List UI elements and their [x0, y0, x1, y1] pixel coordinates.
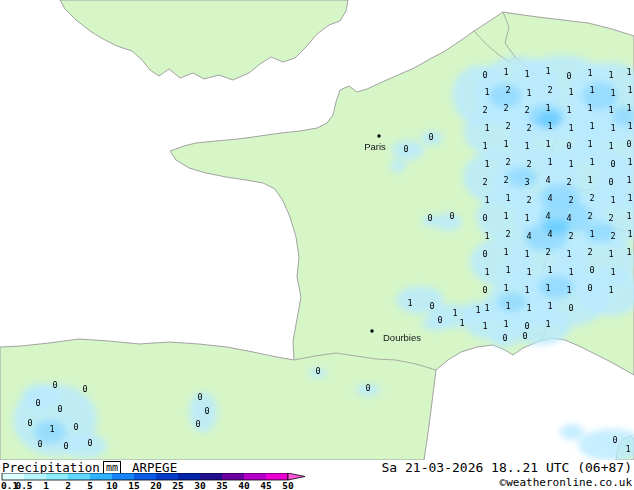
precip-value: 1: [627, 85, 632, 95]
precip-value: 1: [568, 159, 573, 169]
precip-value: 1: [547, 265, 552, 275]
precip-value: 0: [568, 303, 573, 313]
scale-label: 2: [65, 480, 71, 490]
precip-value: 0: [73, 422, 78, 432]
precip-value: 0: [482, 213, 487, 223]
precip-value: 0: [403, 144, 408, 154]
precip-value: 2: [526, 123, 531, 133]
precip-value: 3: [524, 177, 529, 187]
precip-value: 1: [505, 265, 510, 275]
scale-label: 1: [43, 480, 49, 490]
precip-blob: [63, 434, 107, 458]
precip-value: 1: [503, 211, 508, 221]
scale-label: 5: [87, 480, 93, 490]
precip-value: 2: [482, 177, 487, 187]
precip-value: 1: [547, 157, 552, 167]
precip-value: 1: [526, 303, 531, 313]
precip-value: 1: [566, 249, 571, 259]
precip-value: 0: [63, 441, 68, 451]
precip-value: 0: [612, 435, 617, 445]
precip-value: 1: [524, 141, 529, 151]
precip-value: 1: [526, 267, 531, 277]
precip-value: 2: [545, 247, 550, 257]
precip-value: 2: [524, 105, 529, 115]
precip-value: 0: [87, 438, 92, 448]
precip-value: 1: [484, 195, 489, 205]
precip-value: 2: [568, 195, 573, 205]
scale-label: 35: [216, 480, 228, 490]
precip-value: 1: [568, 267, 573, 277]
precip-value: 1: [626, 175, 631, 185]
precip-value: 1: [545, 319, 550, 329]
precip-value: 1: [608, 105, 613, 115]
precip-value: 4: [547, 229, 552, 239]
precip-value: 1: [589, 157, 594, 167]
scale-label: 40: [238, 480, 250, 490]
precip-blob: [497, 292, 527, 312]
precip-value: 2: [505, 85, 510, 95]
city-label: Paris: [364, 141, 386, 152]
precip-value: 1: [608, 141, 613, 151]
scale-label: 25: [172, 480, 184, 490]
precip-value: 1: [626, 211, 631, 221]
precip-value: 1: [475, 305, 480, 315]
city-dot: [377, 134, 380, 137]
datetime-label: Sa 21-03-2026 18..21 UTC (06+87): [382, 460, 632, 475]
precip-value: 1: [484, 123, 489, 133]
precip-value: 2: [526, 159, 531, 169]
precip-value: 1: [482, 141, 487, 151]
precip-value: 0: [449, 211, 454, 221]
precip-value: 1: [452, 308, 457, 318]
precip-value: 1: [627, 157, 632, 167]
precip-value: 2: [568, 231, 573, 241]
precipitation-map: 0111011112121111222111111221111100111101…: [0, 0, 634, 460]
precip-value: 0: [608, 177, 613, 187]
precip-value: 1: [484, 159, 489, 169]
precip-value: 0: [204, 406, 209, 416]
precip-value: 1: [608, 285, 613, 295]
precip-value: 1: [568, 123, 573, 133]
precip-value: 0: [482, 249, 487, 259]
precip-value: 1: [568, 87, 573, 97]
scale-label: 15: [128, 480, 140, 490]
precip-value: 0: [437, 315, 442, 325]
precip-value: 0: [52, 380, 57, 390]
scale-label: 20: [150, 480, 162, 490]
precip-value: 1: [587, 68, 592, 78]
precip-value: 1: [482, 321, 487, 331]
precip-value: 1: [524, 249, 529, 259]
precip-value: 1: [589, 121, 594, 131]
precip-value: 2: [505, 121, 510, 131]
city-label: Dourbies: [383, 332, 421, 343]
precip-value: 4: [566, 213, 571, 223]
precip-blob: [189, 392, 217, 432]
legend-bar: Precipitation mm ARPEGE Sa 21-03-2026 18…: [0, 460, 634, 490]
precip-value: 1: [608, 249, 613, 259]
city-dot: [370, 329, 373, 332]
precip-value: 1: [524, 285, 529, 295]
precip-value: 2: [608, 213, 613, 223]
precip-value: 2: [566, 177, 571, 187]
precip-value: 2: [526, 195, 531, 205]
precip-value: 1: [589, 229, 594, 239]
precip-value: 0: [626, 139, 631, 149]
precip-value: 1: [407, 298, 412, 308]
precip-value: 1: [589, 85, 594, 95]
precip-value: 0: [197, 392, 202, 402]
precip-value: 1: [545, 283, 550, 293]
scale-label: 10: [106, 480, 118, 490]
scale-label: 30: [194, 480, 206, 490]
precip-value: 1: [524, 69, 529, 79]
scale-label: 50: [282, 480, 294, 490]
precip-value: 0: [27, 418, 32, 428]
precip-value: 1: [484, 267, 489, 277]
precip-value: 4: [547, 193, 552, 203]
scale-label: 0.5: [15, 480, 32, 490]
precip-value: 0: [589, 265, 594, 275]
precip-value: 4: [545, 211, 550, 221]
precip-value: 0: [35, 398, 40, 408]
precip-value: 1: [484, 87, 489, 97]
precip-value: 4: [545, 175, 550, 185]
precip-value: 1: [587, 139, 592, 149]
precip-value: 0: [566, 71, 571, 81]
